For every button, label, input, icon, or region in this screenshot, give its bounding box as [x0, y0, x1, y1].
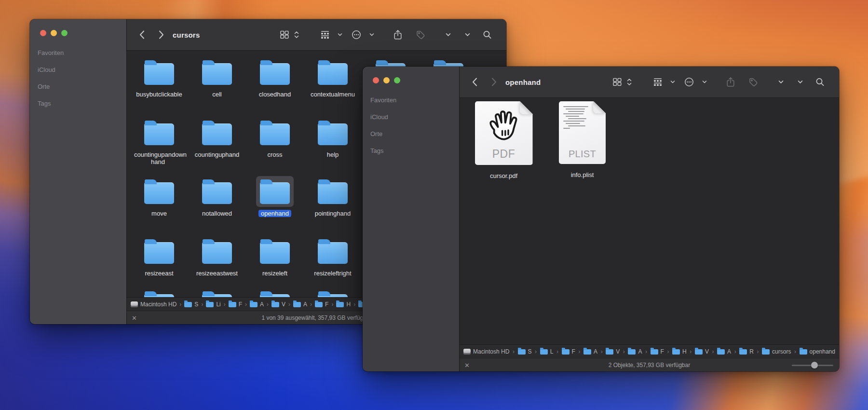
path-segment[interactable]: A	[628, 348, 642, 355]
path-segment[interactable]: Macintosh HD	[131, 301, 176, 308]
icon-size-slider[interactable]	[792, 362, 833, 369]
sidebar-section-icloud[interactable]: iCloud	[370, 114, 459, 121]
path-segment[interactable]: A	[583, 348, 597, 355]
path-segment[interactable]: F	[229, 301, 242, 308]
path-segment[interactable]: V	[695, 348, 709, 355]
file-item[interactable]: PDFcursor.pdf	[464, 101, 543, 179]
x-mark-icon[interactable]: ✕	[132, 314, 137, 321]
zoom-button[interactable]	[394, 77, 400, 83]
folder-label: resizeleftright	[312, 270, 353, 277]
path-segment[interactable]: F	[315, 301, 328, 308]
back-button[interactable]	[472, 78, 478, 86]
view-mode-grid-icon[interactable]	[613, 78, 622, 86]
folder-item[interactable]: closedhand	[246, 57, 304, 98]
folder-label: move	[149, 210, 169, 217]
toolbar-overflow-chevron-icon[interactable]	[778, 80, 784, 84]
path-separator-icon: ›	[179, 301, 181, 308]
search-icon[interactable]	[483, 30, 492, 40]
folder-item[interactable]: openhand	[246, 176, 304, 217]
x-mark-icon[interactable]: ✕	[464, 362, 470, 368]
path-segment[interactable]: openhand	[800, 348, 835, 355]
folder-item[interactable]: cross	[246, 117, 304, 165]
path-segment-label: V	[282, 301, 285, 308]
path-segment[interactable]: V	[271, 301, 285, 308]
folder-item[interactable]: move	[130, 176, 188, 217]
back-button[interactable]	[139, 30, 145, 39]
path-segment[interactable]: F	[651, 348, 664, 355]
view-mode-updown-caret-icon[interactable]	[627, 79, 632, 86]
group-by-icon[interactable]	[321, 31, 329, 39]
search-icon[interactable]	[815, 78, 825, 87]
path-segment[interactable]: V	[606, 348, 620, 355]
folder-icon	[198, 176, 236, 207]
path-segment[interactable]: Li	[206, 301, 220, 308]
folder-item[interactable]: busybutclickable	[130, 57, 188, 98]
file-item[interactable]: PLISTinfo.plist	[542, 101, 622, 178]
folder-item[interactable]: resizeeastwest	[188, 236, 246, 277]
folder-item[interactable]: cell	[188, 57, 246, 98]
sidebar-section-orte[interactable]: Orte	[370, 131, 459, 137]
sidebar-section-orte[interactable]: Orte	[38, 83, 126, 90]
folder-item[interactable]	[188, 288, 246, 298]
folder-item[interactable]: resizeleftright	[304, 236, 362, 277]
forward-button[interactable]	[491, 78, 497, 86]
slider-thumb[interactable]	[811, 362, 818, 369]
group-by-caret-icon[interactable]	[670, 81, 675, 84]
sidebar-section-favoriten[interactable]: Favoriten	[38, 50, 126, 56]
more-actions-icon[interactable]	[684, 77, 694, 87]
folder-item[interactable]: help	[304, 117, 362, 165]
path-segment[interactable]: A	[293, 301, 307, 308]
folder-item[interactable]	[304, 288, 362, 298]
path-segment[interactable]: S	[518, 348, 532, 355]
folder-icon	[314, 176, 352, 207]
view-mode-grid-icon[interactable]	[280, 31, 289, 39]
folder-item[interactable]: resizeeast	[130, 236, 188, 277]
more-actions-caret-icon[interactable]	[702, 81, 707, 84]
folder-label: openhand	[258, 210, 291, 217]
folder-item[interactable]: countingupandownhand	[130, 117, 188, 165]
zoom-button[interactable]	[61, 30, 68, 36]
sidebar-section-tags[interactable]: Tags	[38, 100, 126, 107]
forward-button[interactable]	[159, 30, 164, 39]
path-segment-label: A	[303, 301, 307, 308]
folder-item[interactable]: countinguphand	[188, 117, 246, 165]
path-segment[interactable]: F	[562, 348, 575, 355]
more-actions-caret-icon[interactable]	[369, 33, 374, 37]
folder-item[interactable]: notallowed	[188, 176, 246, 217]
toolbar-overflow-chevron-icon[interactable]	[465, 33, 470, 37]
group-by-caret-icon[interactable]	[338, 33, 342, 37]
share-icon[interactable]	[726, 77, 735, 87]
toolbar-overflow-chevron-icon[interactable]	[446, 33, 451, 37]
more-actions-icon[interactable]	[352, 30, 361, 40]
folder-item[interactable]	[130, 288, 188, 298]
folder-item[interactable]: pointinghand	[304, 176, 362, 217]
sidebar-section-icloud[interactable]: iCloud	[38, 67, 126, 73]
tag-icon[interactable]	[748, 77, 758, 87]
view-mode-updown-caret-icon[interactable]	[294, 31, 299, 39]
path-segment[interactable]: L	[540, 348, 554, 355]
path-segment[interactable]: Macintosh HD	[463, 348, 509, 355]
path-segment[interactable]: A	[717, 348, 731, 355]
path-segment[interactable]: cursors	[762, 348, 791, 355]
toolbar-overflow-chevron-icon[interactable]	[798, 80, 803, 84]
path-segment[interactable]: S	[184, 301, 198, 308]
tag-icon[interactable]	[416, 30, 425, 40]
minimize-button[interactable]	[51, 30, 57, 36]
path-segment[interactable]: H	[672, 348, 687, 355]
path-segment[interactable]: A	[250, 301, 264, 308]
share-icon[interactable]	[393, 30, 402, 40]
folder-item[interactable]: contextualmenu	[304, 57, 362, 98]
folder-item[interactable]	[246, 288, 304, 298]
path-segment[interactable]: R	[739, 348, 754, 355]
path-segment-label: Macintosh HD	[140, 301, 176, 308]
path-segment-label: R	[749, 348, 754, 355]
minimize-button[interactable]	[383, 77, 390, 83]
sidebar-section-favoriten[interactable]: Favoriten	[370, 97, 459, 104]
close-button[interactable]	[373, 77, 379, 83]
close-button[interactable]	[40, 30, 46, 36]
group-by-icon[interactable]	[653, 78, 662, 86]
path-segment-label: openhand	[810, 348, 835, 355]
path-segment[interactable]: H	[336, 301, 351, 308]
folder-item[interactable]: resizeleft	[246, 236, 304, 277]
sidebar-section-tags[interactable]: Tags	[370, 148, 459, 154]
